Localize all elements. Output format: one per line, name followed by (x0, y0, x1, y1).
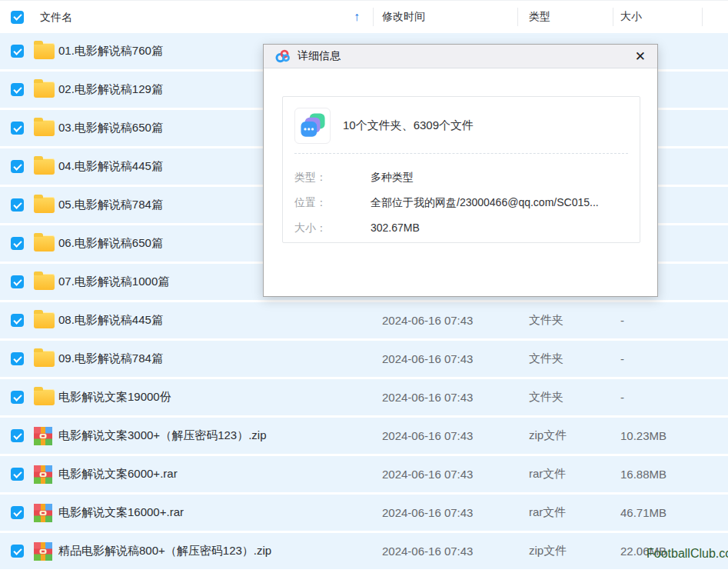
file-row[interactable]: 电影解说文案16000+.rar 2024-06-16 07:43 rar文件 … (0, 495, 728, 531)
file-type: zip文件 (517, 533, 613, 569)
row-checkbox-cell (0, 302, 34, 338)
row-checkbox[interactable] (11, 83, 24, 96)
row-checkbox-cell (0, 264, 34, 300)
row-checkbox[interactable] (11, 198, 24, 212)
folder-icon (34, 312, 55, 328)
field-value-location: 全部位于我的网盘/23000466@qq.com/SC015... (371, 196, 599, 210)
sort-ascending-icon[interactable]: ↑ (354, 10, 360, 24)
detail-fields: 类型： 多种类型 位置： 全部位于我的网盘/23000466@qq.com/SC… (294, 171, 628, 235)
file-modified-time: 2024-06-16 07:43 (373, 456, 517, 492)
folder-icon (34, 389, 55, 405)
details-dialog: 详细信息 ✕ 10个文件夹、6309个文件 (263, 44, 658, 297)
file-name[interactable]: 05.电影解说稿784篇 (58, 198, 163, 211)
row-checkbox-cell (0, 225, 34, 262)
field-type: 类型： 多种类型 (294, 171, 628, 185)
file-icon-cell (34, 187, 58, 223)
file-size: - (613, 302, 702, 338)
row-checkbox[interactable] (11, 314, 24, 327)
file-type: rar文件 (517, 495, 613, 531)
file-name[interactable]: 电影解说文案3000+（解压密码123）.zip (58, 428, 267, 441)
folder-icon (34, 351, 55, 367)
file-name-cell: 电影解说文案3000+（解压密码123）.zip (58, 428, 373, 443)
file-name[interactable]: 07.电影解说稿1000篇 (58, 275, 169, 288)
file-name[interactable]: 06.电影解说稿650篇 (58, 236, 163, 249)
row-checkbox[interactable] (11, 352, 24, 365)
folder-icon (34, 197, 55, 213)
file-name[interactable]: 08.电影解说稿445篇 (58, 313, 163, 326)
divider (294, 153, 628, 154)
folder-icon (34, 82, 55, 98)
file-row[interactable]: 电影解说文案19000份 2024-06-16 07:43 文件夹 - (0, 379, 728, 415)
select-all-checkbox[interactable] (11, 11, 24, 24)
archive-icon (34, 427, 52, 445)
file-type: 文件夹 (517, 302, 613, 338)
info-card: 10个文件夹、6309个文件 类型： 多种类型 位置： 全部位于我的网盘/230… (282, 96, 640, 243)
folder-icon (34, 120, 55, 136)
row-checkbox[interactable] (11, 545, 24, 558)
column-header-time[interactable]: 修改时间 (373, 1, 517, 33)
file-size: 16.88MB (613, 456, 702, 492)
file-type: 文件夹 (517, 341, 613, 377)
row-checkbox[interactable] (11, 45, 24, 58)
archive-icon (34, 504, 52, 522)
file-name[interactable]: 09.电影解说稿784篇 (58, 351, 163, 365)
file-name[interactable]: 03.电影解说稿650篇 (58, 121, 163, 134)
field-size: 大小： 302.67MB (294, 222, 628, 235)
row-checkbox[interactable] (11, 468, 24, 481)
file-name[interactable]: 电影解说文案19000份 (58, 390, 171, 403)
file-icon-cell (34, 148, 58, 185)
row-checkbox[interactable] (11, 391, 24, 404)
file-modified-time: 2024-06-16 07:43 (373, 418, 517, 454)
file-type: zip文件 (517, 418, 613, 454)
row-checkbox-cell (0, 379, 34, 415)
row-checkbox[interactable] (11, 429, 24, 442)
file-row[interactable]: 电影解说文案3000+（解压密码123）.zip 2024-06-16 07:4… (0, 418, 728, 454)
file-row[interactable]: 08.电影解说稿445篇 2024-06-16 07:43 文件夹 - (0, 302, 728, 338)
row-checkbox[interactable] (11, 160, 24, 173)
file-modified-time: 2024-06-16 07:43 (373, 495, 517, 531)
file-name[interactable]: 01.电影解说稿760篇 (58, 44, 163, 57)
row-checkbox-cell (0, 110, 34, 146)
file-row[interactable]: 电影解说文案6000+.rar 2024-06-16 07:43 rar文件 1… (0, 456, 728, 492)
file-icon-cell (34, 110, 58, 146)
file-name[interactable]: 04.电影解说稿445篇 (58, 159, 163, 172)
file-row[interactable]: 09.电影解说稿784篇 2024-06-16 07:43 文件夹 - (0, 341, 728, 377)
row-checkbox-cell (0, 187, 34, 223)
file-row[interactable]: 精品电影解说稿800+（解压密码123）.zip 2024-06-16 07:4… (0, 533, 728, 569)
dialog-title: 详细信息 (298, 49, 341, 63)
dialog-titlebar[interactable]: 详细信息 ✕ (264, 45, 657, 68)
column-label-size: 大小 (620, 10, 642, 24)
column-label-time: 修改时间 (382, 10, 425, 24)
file-name[interactable]: 电影解说文案16000+.rar (58, 505, 184, 518)
file-name[interactable]: 电影解说文案6000+.rar (58, 467, 178, 480)
column-label-name: 文件名 (40, 11, 72, 23)
column-header-name[interactable]: 文件名 (34, 10, 373, 25)
close-icon[interactable]: ✕ (635, 50, 646, 63)
row-checkbox-cell (0, 72, 34, 108)
file-name-cell: 电影解说文案19000份 (58, 390, 373, 405)
file-icon-cell (34, 456, 58, 492)
field-value-size: 302.67MB (371, 222, 420, 235)
netdisk-logo-icon (275, 48, 291, 64)
row-checkbox[interactable] (11, 122, 24, 135)
column-header-size[interactable]: 大小 (613, 1, 702, 33)
file-type: rar文件 (517, 456, 613, 492)
file-icon-cell (34, 302, 58, 338)
column-label-type: 类型 (529, 10, 550, 24)
row-checkbox-cell (0, 33, 34, 69)
row-checkbox[interactable] (11, 237, 24, 250)
column-header-type[interactable]: 类型 (517, 1, 613, 33)
file-modified-time: 2024-06-16 07:43 (373, 302, 517, 338)
field-label-size: 大小： (294, 222, 371, 235)
file-size: 10.23MB (613, 418, 702, 454)
row-checkbox-cell (0, 495, 34, 531)
file-name[interactable]: 02.电影解说稿129篇 (58, 82, 163, 95)
file-icon-cell (34, 264, 58, 300)
file-size: - (613, 341, 702, 377)
file-modified-time: 2024-06-16 07:43 (373, 379, 517, 415)
row-checkbox[interactable] (11, 275, 24, 288)
file-icon-cell (34, 495, 58, 531)
row-checkbox[interactable] (11, 506, 24, 519)
watermark: FootballClub.cc (647, 547, 728, 561)
file-name[interactable]: 精品电影解说稿800+（解压密码123）.zip (58, 544, 271, 557)
